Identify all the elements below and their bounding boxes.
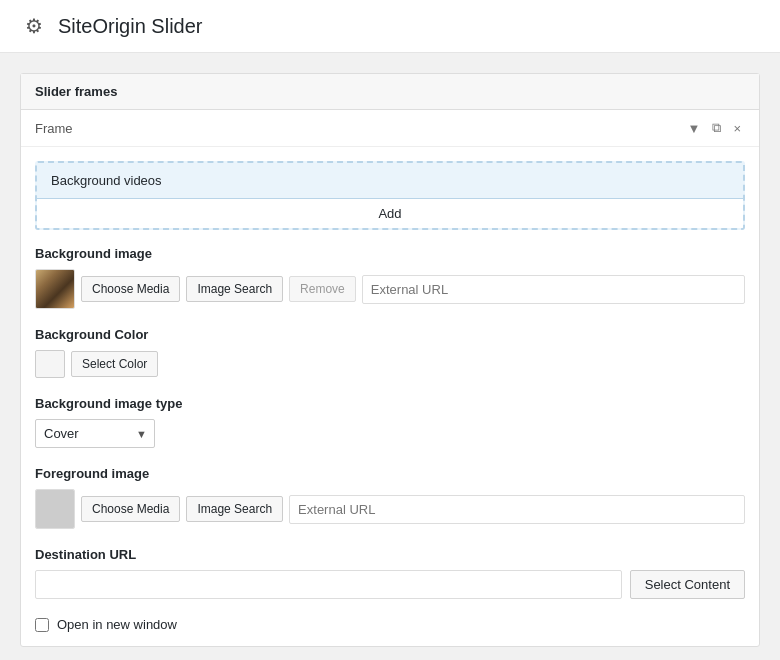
frame-dropdown-btn[interactable]: ▼ <box>684 119 705 138</box>
frame-label: Frame <box>35 121 684 136</box>
background-color-row: Select Color <box>35 350 745 378</box>
destination-url-input[interactable] <box>35 570 622 599</box>
page-header: ⚙ SiteOrigin Slider <box>0 0 780 53</box>
bg-external-url-input[interactable] <box>362 275 745 304</box>
main-panel: Slider frames Frame ▼ ⧉ × Background vid… <box>20 73 760 647</box>
copy-icon: ⧉ <box>712 120 721 136</box>
fg-image-search-btn[interactable]: Image Search <box>186 496 283 522</box>
add-video-btn[interactable]: Add <box>37 198 743 228</box>
foreground-image-preview <box>36 490 74 528</box>
close-icon: × <box>733 121 741 136</box>
open-new-window-label: Open in new window <box>57 617 177 632</box>
color-swatch[interactable] <box>35 350 65 378</box>
background-color-label: Background Color <box>35 327 745 342</box>
bg-videos-header: Background videos <box>37 163 743 198</box>
background-image-label: Background image <box>35 246 745 261</box>
destination-url-group: Destination URL Select Content <box>35 547 745 599</box>
image-type-select[interactable]: Cover Contain Tile <box>35 419 155 448</box>
background-image-thumb <box>35 269 75 309</box>
open-new-window-row: Open in new window <box>35 617 745 632</box>
foreground-image-label: Foreground image <box>35 466 745 481</box>
image-type-select-wrapper: Cover Contain Tile ▼ <box>35 419 155 448</box>
settings-icon: ⚙ <box>20 12 48 40</box>
select-color-btn[interactable]: Select Color <box>71 351 158 377</box>
dropdown-icon: ▼ <box>688 121 701 136</box>
background-image-group: Background image Choose Media Image Sear… <box>35 246 745 309</box>
fg-choose-media-btn[interactable]: Choose Media <box>81 496 180 522</box>
background-image-type-group: Background image type Cover Contain Tile… <box>35 396 745 448</box>
frame-row: Frame ▼ ⧉ × <box>21 110 759 147</box>
main-content: Slider frames Frame ▼ ⧉ × Background vid… <box>0 53 780 660</box>
background-image-preview <box>36 270 74 308</box>
background-image-row: Choose Media Image Search Remove <box>35 269 745 309</box>
select-content-btn[interactable]: Select Content <box>630 570 745 599</box>
panel-header: Slider frames <box>21 74 759 110</box>
frame-content: Background videos Add Background image C… <box>21 147 759 646</box>
bg-remove-btn[interactable]: Remove <box>289 276 356 302</box>
page-title: SiteOrigin Slider <box>58 15 203 38</box>
foreground-image-row: Choose Media Image Search <box>35 489 745 529</box>
frame-copy-btn[interactable]: ⧉ <box>708 118 725 138</box>
foreground-image-thumb <box>35 489 75 529</box>
foreground-image-group: Foreground image Choose Media Image Sear… <box>35 466 745 529</box>
destination-url-row: Select Content <box>35 570 745 599</box>
destination-url-label: Destination URL <box>35 547 745 562</box>
fg-external-url-input[interactable] <box>289 495 745 524</box>
open-new-window-checkbox[interactable] <box>35 618 49 632</box>
background-image-type-label: Background image type <box>35 396 745 411</box>
frame-close-btn[interactable]: × <box>729 119 745 138</box>
background-color-group: Background Color Select Color <box>35 327 745 378</box>
bg-image-search-btn[interactable]: Image Search <box>186 276 283 302</box>
frame-actions: ▼ ⧉ × <box>684 118 745 138</box>
panel-title: Slider frames <box>35 84 117 99</box>
bg-choose-media-btn[interactable]: Choose Media <box>81 276 180 302</box>
bg-videos-box: Background videos Add <box>35 161 745 230</box>
